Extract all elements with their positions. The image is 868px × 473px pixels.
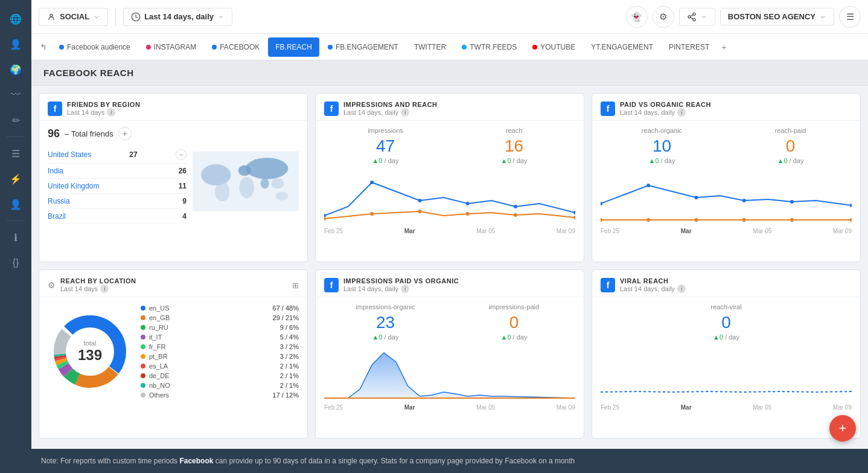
- svg-point-32: [790, 200, 794, 204]
- sidebar-icon-edit[interactable]: ✏: [5, 109, 27, 131]
- legend-label-text: pt_BR: [149, 353, 168, 360]
- chevron-down-icon2: [217, 13, 225, 21]
- region-link-india[interactable]: India: [48, 167, 63, 175]
- impressions-label: impressions: [324, 127, 447, 134]
- date-range-selector[interactable]: Last 14 days, daily: [123, 8, 232, 26]
- tab-yt-engagement[interactable]: YT.ENGAGEMENT: [584, 37, 660, 57]
- tab-label: INSTAGRAM: [154, 43, 196, 51]
- sidebar-icon-user[interactable]: 👤: [5, 33, 27, 55]
- donut-section: total 139 en_US 67 / 48% en_GB 29 / 21%: [39, 297, 307, 406]
- date-range-label: Last 14 days, daily: [144, 12, 214, 21]
- tab-label: TWTR.FEEDS: [470, 43, 517, 51]
- agency-selector[interactable]: BOSTON SEO AGENCY: [720, 8, 834, 25]
- metric-imp-paid: impressions-paid 0 ▲0 / day: [453, 303, 575, 341]
- info-icon-impressions[interactable]: i: [401, 108, 409, 117]
- chevron-down-icon: [93, 13, 100, 21]
- fab-button[interactable]: +: [829, 415, 856, 442]
- x-label: Mar: [681, 228, 692, 234]
- agency-label: BOSTON SEO AGENCY: [728, 12, 815, 21]
- chevron-down-icon4: [819, 13, 826, 21]
- fb-icon-paid: f: [601, 101, 615, 116]
- main-content: FACEBOOK REACH f FRIENDS BY REGION Last …: [31, 60, 868, 473]
- x-label: Mar 09: [557, 228, 575, 234]
- tab-instagram[interactable]: INSTAGRAM: [139, 37, 203, 57]
- info-icon-location[interactable]: i: [100, 285, 109, 293]
- region-list-container: 96 – Total friends + United States 27 −: [48, 127, 187, 236]
- tab-dot: [146, 45, 151, 50]
- share-selector[interactable]: [679, 8, 715, 26]
- expand-icon-location[interactable]: ⊞: [292, 281, 299, 290]
- tab-youtube[interactable]: YOUTUBE: [525, 37, 582, 57]
- tab-label: YOUTUBE: [540, 43, 575, 51]
- menu-icon-btn[interactable]: ☰: [839, 6, 861, 28]
- viral-chart: Feb 25 Mar Mar 05 Mar 09: [601, 347, 852, 407]
- social-selector[interactable]: SOCIAL: [39, 8, 108, 26]
- topbar-separator: [115, 8, 116, 26]
- tab-twtr-feeds[interactable]: TWTR.FEEDS: [455, 37, 524, 57]
- x-label: Mar: [404, 404, 415, 411]
- x-label: Mar 05: [753, 404, 771, 411]
- tab-twitter[interactable]: TWITTER: [407, 37, 453, 57]
- page-header: FACEBOOK REACH: [31, 60, 868, 86]
- sidebar-icon-globe2[interactable]: 🌍: [5, 59, 27, 80]
- paid-organic-svg: [601, 170, 852, 225]
- tab-label: FB.ENGAGEMENT: [336, 43, 398, 51]
- legend-dot: [141, 315, 145, 320]
- card-title-group5: IMPRESSIONS PAID VS ORGANIC Last 14 days…: [343, 277, 459, 293]
- tab-facebook[interactable]: FACEBOOK: [205, 37, 267, 57]
- add-tab-icon[interactable]: +: [718, 40, 730, 54]
- info-icon-paid[interactable]: i: [677, 108, 686, 117]
- tab-facebook-audience[interactable]: Facebook audience: [52, 37, 138, 57]
- remove-us-btn[interactable]: −: [176, 149, 187, 160]
- card-viral-reach: f VIRAL REACH Last 14 days, daily i reac…: [592, 269, 861, 439]
- svg-point-24: [418, 210, 422, 213]
- sidebar-icon-analytics[interactable]: 〰: [5, 84, 27, 106]
- card-friends-by-region: f FRIENDS BY REGION Last 14 days i 96: [39, 93, 308, 262]
- imp-paid-delta: ▲0 / day: [453, 333, 575, 341]
- paid-card-title: PAID VS ORGANIC REACH: [620, 101, 711, 108]
- region-link-brazil[interactable]: Brazil: [48, 212, 66, 220]
- friends-region-container: 96 – Total friends + United States 27 −: [48, 127, 299, 236]
- region-item: Russia 9: [48, 194, 187, 209]
- legend-label-text: it_IT: [149, 333, 162, 341]
- settings-icon-btn[interactable]: ⚙: [653, 6, 674, 28]
- info-icon-imp-paid[interactable]: i: [401, 285, 409, 293]
- tab-pinterest[interactable]: PINTEREST: [662, 37, 716, 57]
- chevron-down-icon3: [700, 13, 707, 21]
- ghost-icon-btn[interactable]: 👻: [626, 6, 648, 28]
- sidebar-icon-lightning[interactable]: ⚡: [5, 168, 27, 190]
- region-item: United States 27 −: [48, 146, 187, 164]
- tab-fb-engagement[interactable]: FB.ENGAGEMENT: [321, 37, 406, 57]
- nav-back-icon[interactable]: ↰: [36, 40, 51, 54]
- impressions-reach-chart: Feb 25 Mar Mar 05 Mar 09: [324, 170, 575, 231]
- region-link-uk[interactable]: United Kingdom: [48, 182, 99, 190]
- tab-label: TWITTER: [414, 43, 446, 51]
- sidebar-icon-globe[interactable]: 🌐: [5, 8, 27, 30]
- legend-dot: [141, 383, 145, 388]
- legend-label-text: fr_FR: [149, 343, 166, 350]
- info-icon-viral[interactable]: i: [677, 285, 686, 293]
- sidebar-icon-person[interactable]: 👤: [5, 193, 27, 215]
- add-region-btn[interactable]: +: [118, 127, 132, 140]
- sidebar-icon-list[interactable]: ☰: [5, 143, 27, 164]
- card-title-group3: PAID VS ORGANIC REACH Last 14 days, dail…: [620, 101, 711, 117]
- region-link-us[interactable]: United States: [48, 150, 91, 159]
- reach-label: reach: [453, 127, 575, 134]
- info-icon-friends[interactable]: i: [107, 108, 115, 117]
- svg-point-26: [514, 213, 517, 217]
- region-link-russia[interactable]: Russia: [48, 197, 70, 205]
- card-title-group6: VIRAL REACH Last 14 days, daily i: [620, 277, 686, 293]
- tab-label: FB.REACH: [275, 43, 312, 51]
- topbar-right: 👻 ⚙ BOSTON SEO AGENCY ☰: [626, 6, 861, 28]
- viral-x-labels: Feb 25 Mar Mar 05 Mar 09: [601, 403, 852, 412]
- legend-values: 29 / 21%: [273, 314, 299, 321]
- x-label: Mar 09: [833, 404, 852, 411]
- sidebar-icon-code[interactable]: {}: [5, 252, 27, 274]
- tab-fb-reach[interactable]: FB.REACH: [268, 37, 319, 57]
- card-impressions-paid-organic: f IMPRESSIONS PAID VS ORGANIC Last 14 da…: [315, 269, 584, 439]
- region-item: Brazil 4: [48, 209, 187, 224]
- legend-values: 9 / 6%: [280, 324, 299, 331]
- svg-point-36: [695, 218, 698, 222]
- location-card-subtitle: Last 14 days i: [60, 285, 136, 293]
- sidebar-icon-info[interactable]: ℹ: [5, 227, 27, 248]
